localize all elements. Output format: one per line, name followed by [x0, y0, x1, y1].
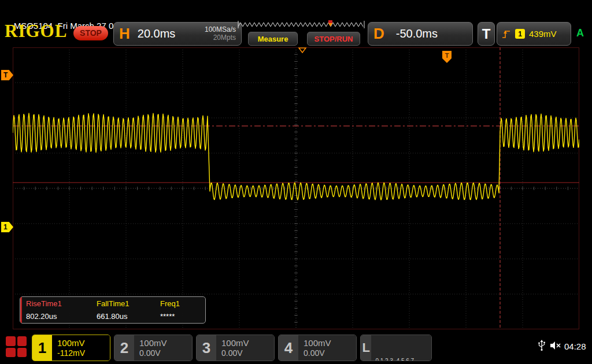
channel1-button[interactable]: 1 100mV -112mV: [32, 335, 110, 361]
measurement-value: *****: [160, 312, 206, 324]
titlebar: MSO5104 Fri March 27 04:28:59 2026: [0, 0, 592, 17]
horizontal-panel[interactable]: H 20.0ms 100MSa/s 20Mpts: [113, 22, 242, 46]
channel4-button[interactable]: 4 100mV 0.00V: [278, 335, 357, 361]
channel1-ground-marker[interactable]: 1: [1, 222, 13, 232]
measurement-label: Freq1: [160, 299, 206, 311]
measurement-label: RiseTime1: [26, 299, 97, 311]
rigol-logo: RIGOL: [5, 21, 67, 42]
trigger-slope-icon: [502, 28, 511, 40]
trigger-level-value: 439mV: [529, 29, 557, 39]
menu-grid-icon[interactable]: [6, 336, 27, 357]
channel3-button[interactable]: 3 100mV 0.00V: [196, 335, 275, 361]
trigger-label: T: [478, 22, 495, 46]
measure-button[interactable]: Measure: [248, 32, 298, 46]
svg-text:T: T: [445, 52, 449, 59]
trigger-source-badge: 1: [515, 29, 525, 39]
channel2-offset: 0.00V: [139, 348, 192, 358]
trigger-panel[interactable]: 1 439mV: [497, 22, 571, 46]
channel1-number: 1: [32, 335, 52, 361]
speaker-muted-icon: [549, 341, 562, 350]
usb-icon: [538, 340, 546, 351]
channel2-scale: 100mV: [139, 338, 192, 348]
waveform-display[interactable]: T: [13, 47, 579, 329]
memory-depth: 20Mpts: [205, 34, 236, 42]
measurement-popup[interactable]: RiseTime1 FallTime1 Freq1 802.20us 661.8…: [20, 296, 206, 324]
run-state-badge: STOP: [73, 26, 108, 40]
stop-run-button[interactable]: STOP/RUN: [307, 32, 360, 46]
acquisition-info: 100MSa/s 20Mpts: [205, 26, 236, 42]
measurement-value: 661.80us: [97, 312, 160, 324]
delay-label: D: [373, 25, 384, 43]
channel1-scale: 100mV: [57, 338, 110, 348]
trigger-level-marker[interactable]: T: [1, 70, 13, 80]
measurement-label: FallTime1: [97, 299, 160, 311]
status-clock: 04:28: [564, 341, 586, 351]
delay-panel[interactable]: D -50.0ms: [368, 22, 473, 46]
trigger-marker-letter: T: [3, 71, 8, 79]
waveform-overview-strip[interactable]: [237, 20, 365, 30]
channel1-offset: -112mV: [57, 348, 110, 358]
horizontal-label: H: [119, 25, 130, 43]
channel2-number: 2: [114, 335, 134, 361]
horizontal-scale: 20.0ms: [138, 27, 176, 40]
oscilloscope-screen: MSO5104 Fri March 27 04:28:59 2026 RIGOL…: [0, 0, 592, 364]
logic-row1: 0 1 2 3 4 5 6 7: [375, 356, 431, 361]
channel3-scale: 100mV: [221, 338, 274, 348]
trigger-sweep-mode: A: [576, 27, 584, 39]
scope-graticule: T: [13, 47, 579, 329]
memory-overview-icon: [237, 20, 365, 30]
logic-label: L: [361, 335, 371, 361]
delay-value: -50.0ms: [396, 27, 438, 40]
channel1-marker-number: 1: [3, 223, 8, 231]
channel3-number: 3: [197, 335, 216, 361]
measurement-value: 802.20us: [26, 312, 97, 324]
channel2-button[interactable]: 2 100mV 0.00V: [114, 335, 193, 361]
channel4-scale: 100mV: [304, 338, 356, 348]
channel4-number: 4: [279, 335, 298, 361]
channel3-offset: 0.00V: [221, 348, 274, 358]
channel4-offset: 0.00V: [304, 348, 356, 358]
logic-channels-button[interactable]: L 0 1 2 3 4 5 6 7 8 9 10 11 12 13 14 15: [360, 335, 432, 361]
sample-rate: 100MSa/s: [205, 26, 236, 34]
